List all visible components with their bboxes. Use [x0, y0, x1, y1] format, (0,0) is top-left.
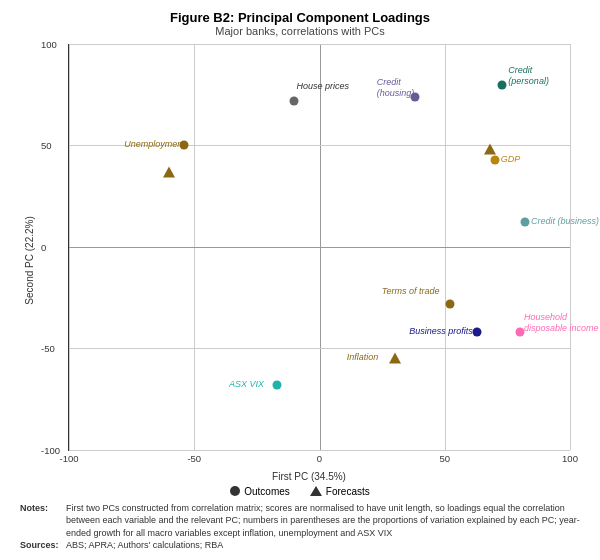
- data-point-dot: [520, 218, 529, 227]
- notes-text: First two PCs constructed from correlati…: [66, 502, 580, 540]
- chart-area: -100-50050100100500-50-100House pricesCr…: [38, 39, 580, 482]
- data-point-dot: [290, 96, 299, 105]
- data-label: House prices: [296, 81, 349, 92]
- sources-row: Sources: ABS; APRA; Authors' calculation…: [20, 539, 580, 552]
- data-label: Credit(housing): [377, 77, 415, 100]
- chart-container: Second PC (22.2%) -100-50050100100500-50…: [20, 39, 580, 482]
- data-label: Credit (business): [531, 216, 599, 227]
- data-point-dot: [473, 327, 482, 336]
- data-label: Business profits: [409, 326, 473, 337]
- sources-label: Sources:: [20, 539, 62, 552]
- data-point-triangle: [389, 353, 401, 364]
- data-label: Terms of trade: [382, 286, 440, 297]
- legend: Outcomes Forecasts: [20, 486, 580, 497]
- data-point-dot: [445, 299, 454, 308]
- x-axis-label: First PC (34.5%): [38, 471, 580, 482]
- notes-label: Notes:: [20, 502, 62, 540]
- subtitle: Major banks, correlations with PCs: [20, 25, 580, 37]
- title-section: Figure B2: Principal Component Loadings …: [20, 10, 580, 37]
- data-point-triangle: [484, 144, 496, 155]
- forecasts-icon: [310, 486, 322, 496]
- forecasts-label: Forecasts: [326, 486, 370, 497]
- data-point-dot: [498, 80, 507, 89]
- data-label: Householddisposable income: [524, 312, 599, 335]
- data-label: Credit(personal): [508, 65, 549, 88]
- y-axis-label: Second PC (22.2%): [20, 39, 38, 482]
- plot-area: -100-50050100100500-50-100House pricesCr…: [68, 44, 570, 451]
- legend-outcomes: Outcomes: [230, 486, 290, 497]
- data-label: Unemployment: [124, 139, 185, 150]
- notes-section: Notes: First two PCs constructed from co…: [20, 502, 580, 552]
- outcomes-icon: [230, 486, 240, 496]
- notes-row: Notes: First two PCs constructed from co…: [20, 502, 580, 540]
- data-point-triangle: [163, 166, 175, 177]
- data-label: GDP: [501, 154, 521, 165]
- inflation-label: Inflation: [347, 352, 379, 362]
- data-point-dot: [490, 155, 499, 164]
- main-title: Figure B2: Principal Component Loadings: [20, 10, 580, 25]
- data-point-dot: [272, 380, 281, 389]
- outcomes-label: Outcomes: [244, 486, 290, 497]
- data-label: ASX VIX: [229, 379, 264, 390]
- sources-text: ABS; APRA; Authors' calculations; RBA: [66, 539, 580, 552]
- page: Figure B2: Principal Component Loadings …: [0, 0, 600, 560]
- legend-forecasts: Forecasts: [310, 486, 370, 497]
